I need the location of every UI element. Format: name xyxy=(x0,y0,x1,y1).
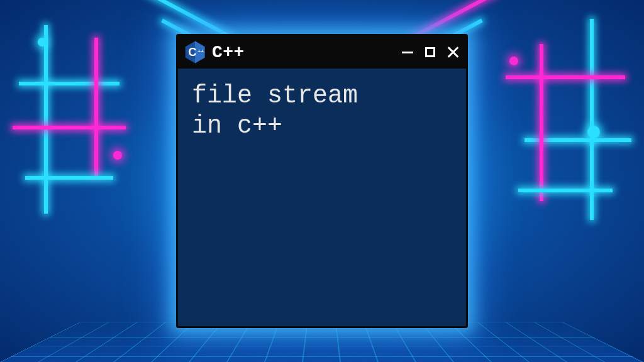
window-title: C++ xyxy=(212,43,394,62)
cpp-logo-icon: C + + xyxy=(184,40,206,64)
maximize-icon xyxy=(425,47,435,57)
svg-text:C: C xyxy=(188,45,196,58)
minimize-icon xyxy=(402,52,413,53)
window-content-text: file stream in c++ xyxy=(178,69,466,326)
svg-text:+: + xyxy=(201,48,204,54)
maximize-button[interactable] xyxy=(423,45,437,59)
svg-text:+: + xyxy=(198,48,201,54)
close-button[interactable] xyxy=(446,45,460,59)
close-icon xyxy=(447,46,459,58)
app-window: C + + C++ file stream in c++ xyxy=(176,34,468,328)
minimize-button[interactable] xyxy=(401,45,414,59)
titlebar: C + + C++ xyxy=(178,36,466,69)
window-controls xyxy=(401,45,460,59)
